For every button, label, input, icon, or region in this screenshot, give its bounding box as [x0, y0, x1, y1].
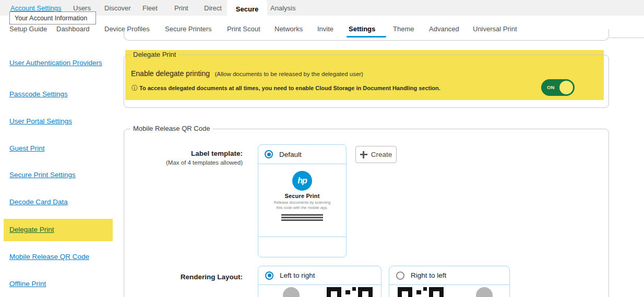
enable-delegate-printing-row: Enable delegate printing (Allow document… — [131, 69, 363, 78]
template-preview-description: Release documents by scanning this code … — [273, 200, 331, 211]
sidebar-item-secure-print-settings[interactable]: Secure Print Settings — [9, 171, 76, 179]
sidebar-item-delegate-print[interactable]: Delegate Print — [9, 226, 54, 233]
avatar-placeholder-icon — [283, 287, 300, 297]
mobile-release-legend: Mobile Release QR Code — [130, 125, 212, 132]
template-option-label: Default — [279, 151, 302, 158]
nav-users[interactable]: Users — [73, 4, 91, 12]
layout-option-left-to-right[interactable]: Left to right — [258, 266, 381, 285]
rendering-layout-label: Rendering Layout: — [124, 273, 243, 281]
cloud-storage-info-text: To access delegated documents at all tim… — [139, 85, 440, 91]
enable-delegate-printing-note: (Allow documents to be released by the d… — [214, 71, 363, 77]
nav-direct[interactable]: Direct — [204, 4, 222, 12]
sidebar-item-passcode-settings[interactable]: Passcode Settings — [9, 90, 68, 98]
toggle-on-label: ON — [547, 84, 554, 90]
layout-card-left-to-right: Left to right — [258, 266, 381, 297]
nav-discover[interactable]: Discover — [104, 4, 131, 12]
template-card-default: Default hp Secure Print Release document… — [258, 144, 347, 257]
sidebar-item-decode-card-data[interactable]: Decode Card Data — [9, 198, 68, 206]
qr-code-icon — [398, 287, 444, 297]
nav-fleet[interactable]: Fleet — [142, 4, 158, 12]
hp-logo-text: hp — [297, 176, 307, 185]
plus-icon — [360, 151, 367, 158]
template-option-default[interactable]: Default — [258, 145, 346, 164]
account-tooltip-text: Your Account Information — [15, 15, 87, 22]
template-preview-title: Secure Print — [258, 193, 346, 199]
layout-preview-right-to-left — [389, 285, 509, 297]
delegate-print-legend: Delegate Print — [130, 51, 178, 58]
account-tooltip: Your Account Information — [9, 11, 96, 24]
settings-sidebar: User Authentication Providers Passcode S… — [0, 47, 124, 297]
cloud-storage-info-row: ⓘTo access delegated documents at all ti… — [132, 84, 440, 93]
delegate-printing-toggle[interactable]: ON — [541, 79, 575, 96]
layout-option-label: Left to right — [280, 271, 315, 279]
subnav-setup-guide[interactable]: Setup Guide — [9, 25, 47, 33]
enable-delegate-printing-label: Enable delegate printing — [131, 69, 210, 78]
template-card-footer — [258, 237, 346, 257]
sidebar-item-user-portal-settings[interactable]: User Portal Settings — [9, 117, 72, 125]
radio-unselected-icon[interactable] — [396, 271, 404, 280]
sidebar-item-user-authentication-providers[interactable]: User Authentication Providers — [9, 59, 102, 67]
nav-print[interactable]: Print — [174, 4, 188, 12]
sidebar-item-mobile-release-qr-code[interactable]: Mobile Release QR Code — [9, 253, 89, 261]
info-icon: ⓘ — [132, 84, 138, 92]
label-template-note: (Max of 4 templates allowed) — [124, 159, 243, 166]
mobile-release-qr-code-section: Mobile Release QR Code Label template: (… — [124, 129, 609, 297]
layout-option-label: Right to left — [411, 271, 446, 279]
radio-selected-icon[interactable] — [265, 271, 273, 280]
create-template-button[interactable]: Create — [355, 146, 397, 163]
toggle-knob — [559, 81, 573, 94]
nav-account-settings[interactable]: Account Settings — [10, 4, 62, 12]
nav-secure-active-tab[interactable]: Secure — [227, 0, 267, 18]
radio-selected-icon[interactable] — [265, 150, 273, 158]
scrolled-fieldset-bottom-edge — [124, 29, 609, 41]
avatar-placeholder-icon — [476, 287, 493, 297]
label-template-label: Label template: — [124, 150, 243, 157]
nav-divider-line — [609, 38, 644, 38]
nav-secure-label: Secure — [236, 5, 258, 13]
sidebar-item-guest-print[interactable]: Guest Print — [9, 144, 45, 152]
primary-nav: Account Settings Users Discover Fleet Pr… — [0, 0, 644, 16]
nav-analysis[interactable]: Analysis — [270, 4, 295, 12]
hp-logo-icon: hp — [292, 171, 312, 191]
create-button-label: Create — [371, 151, 392, 158]
delegate-print-section: Delegate Print Enable delegate printing … — [124, 55, 609, 108]
template-preview: hp Secure Print Release documents by sca… — [258, 171, 346, 221]
layout-option-right-to-left[interactable]: Right to left — [389, 266, 509, 285]
qr-code-icon — [327, 287, 373, 297]
subnav-dashboard[interactable]: Dashboard — [56, 25, 90, 33]
secure-settings-page: Account Settings Users Discover Fleet Pr… — [0, 0, 644, 297]
layout-preview-left-to-right — [258, 285, 381, 297]
layout-card-right-to-left: Right to left — [389, 266, 510, 297]
redacted-lines — [258, 214, 346, 221]
sidebar-item-offline-print[interactable]: Offline Print — [9, 280, 46, 288]
